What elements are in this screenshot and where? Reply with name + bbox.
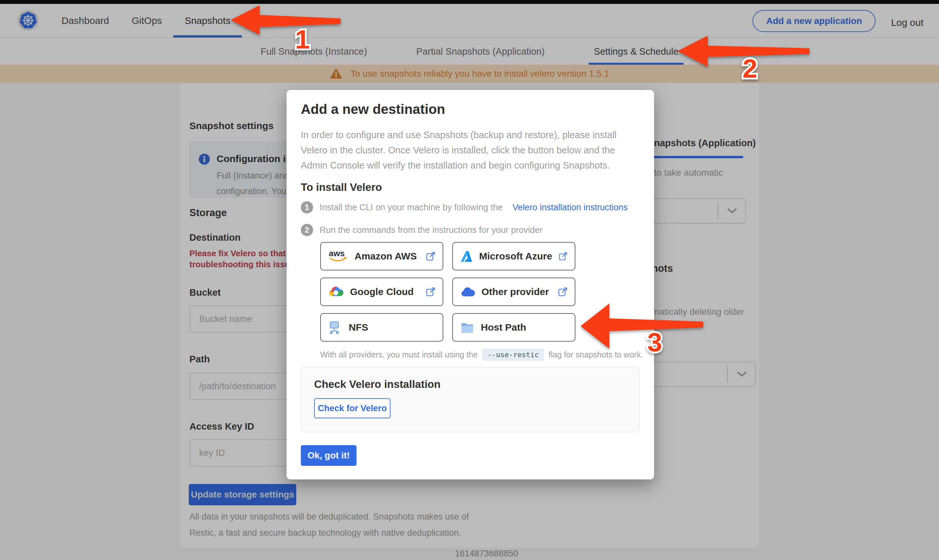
- check-for-velero-button[interactable]: Check for Velero: [314, 398, 390, 418]
- step-number-badge: 2: [301, 224, 313, 236]
- ok-got-it-button[interactable]: Ok, got it!: [301, 445, 356, 466]
- modal-body-text: In order to configure and use Snapshots …: [301, 128, 642, 173]
- provider-button-aws[interactable]: aws Amazon AWS: [320, 242, 443, 271]
- nfs-icon: [328, 320, 342, 334]
- step-number-badge: 1: [301, 201, 313, 214]
- velero-instructions-link[interactable]: Velero installation instructions: [513, 203, 628, 212]
- svg-text:aws: aws: [328, 249, 344, 258]
- provider-button-other[interactable]: Other provider: [452, 278, 575, 306]
- add-destination-modal: Add a new destination In order to config…: [287, 90, 654, 480]
- aws-icon: aws: [328, 249, 348, 263]
- provider-button-host-path[interactable]: Host Path: [452, 313, 575, 342]
- folder-icon: [460, 321, 474, 334]
- provider-button-azure[interactable]: Microsoft Azure: [452, 242, 575, 271]
- restic-note-suffix: flag for snapshots to work.: [549, 350, 643, 359]
- provider-button-google-cloud[interactable]: Google Cloud: [320, 278, 443, 306]
- provider-grid: aws Amazon AWS Microsoft Azure: [320, 242, 575, 342]
- modal-title: Add a new destination: [301, 102, 445, 117]
- install-step-2: 2 Run the commands from the instructions…: [301, 224, 543, 236]
- external-link-icon: [426, 287, 435, 297]
- install-step-1: 1 Install the CLI on your machine by fol…: [301, 201, 628, 214]
- provider-label: NFS: [349, 322, 368, 333]
- check-velero-heading: Check Velero installation: [314, 378, 626, 391]
- external-link-icon: [426, 251, 435, 261]
- provider-label: Google Cloud: [350, 286, 414, 297]
- azure-icon: [460, 249, 473, 263]
- restic-note-prefix: With all providers, you must install usi…: [320, 350, 478, 359]
- install-velero-heading: To install Velero: [301, 181, 382, 194]
- screen: Dashboard GitOps Snapshots Add a new app…: [0, 0, 939, 560]
- provider-label: Microsoft Azure: [479, 251, 552, 262]
- step-text: Install the CLI on your machine by follo…: [319, 203, 503, 212]
- provider-label: Other provider: [481, 286, 549, 297]
- provider-label: Host Path: [481, 322, 526, 333]
- cloud-icon: [460, 286, 475, 298]
- restic-note: With all providers, you must install usi…: [320, 349, 643, 361]
- provider-label: Amazon AWS: [355, 251, 417, 262]
- check-velero-section: Check Velero installation Check for Vele…: [301, 367, 640, 432]
- external-link-icon: [558, 287, 567, 297]
- provider-button-nfs[interactable]: NFS: [320, 313, 443, 342]
- external-link-icon: [558, 251, 567, 261]
- restic-flag-code: --use-restic: [482, 349, 544, 361]
- google-cloud-icon: [328, 285, 344, 298]
- step-text: Run the commands from the instructions f…: [319, 225, 543, 235]
